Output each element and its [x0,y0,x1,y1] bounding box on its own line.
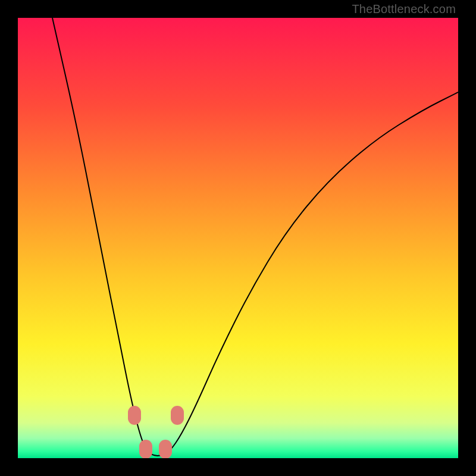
watermark-label: TheBottleneck.com [352,2,456,16]
curve-marker [171,406,184,425]
plot-area [18,18,458,458]
curve-marker [159,440,172,458]
curve-marker [128,406,141,425]
curve-marker [139,440,152,458]
chart-container: TheBottleneck.com [0,0,476,476]
marker-layer [18,18,458,458]
